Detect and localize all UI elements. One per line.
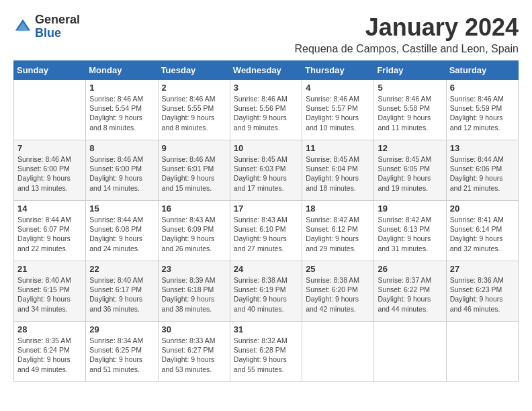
day-number: 19 [378,203,442,214]
table-cell: 29 Sunrise: 8:34 AMSunset: 6:25 PMDaylig… [86,322,158,382]
day-number: 23 [162,264,226,274]
table-cell: 21 Sunrise: 8:40 AMSunset: 6:15 PMDaylig… [14,261,86,322]
table-cell: 15 Sunrise: 8:44 AMSunset: 6:08 PMDaylig… [86,201,158,261]
table-cell: 31 Sunrise: 8:32 AMSunset: 6:28 PMDaylig… [230,322,302,382]
day-number: 18 [306,203,370,214]
week-row-4: 21 Sunrise: 8:40 AMSunset: 6:15 PMDaylig… [14,261,519,322]
col-friday: Friday [374,61,446,80]
day-info: Sunrise: 8:39 AMSunset: 6:18 PMDaylight:… [162,276,216,313]
table-cell: 26 Sunrise: 8:37 AMSunset: 6:22 PMDaylig… [374,261,446,322]
day-info: Sunrise: 8:46 AMSunset: 5:57 PMDaylight:… [306,95,359,132]
day-number: 31 [234,324,298,334]
day-number: 2 [162,83,226,93]
day-info: Sunrise: 8:43 AMSunset: 6:09 PMDaylight:… [162,216,216,253]
day-info: Sunrise: 8:42 AMSunset: 6:13 PMDaylight:… [378,216,431,253]
table-cell: 9 Sunrise: 8:46 AMSunset: 6:01 PMDayligh… [158,140,230,201]
day-number: 24 [234,264,298,274]
table-cell: 24 Sunrise: 8:38 AMSunset: 6:19 PMDaylig… [230,261,302,322]
table-cell: 12 Sunrise: 8:45 AMSunset: 6:05 PMDaylig… [374,140,446,201]
table-cell: 23 Sunrise: 8:39 AMSunset: 6:18 PMDaylig… [158,261,230,322]
title-section: January 2024 Requena de Campos, Castille… [294,13,519,55]
table-cell: 19 Sunrise: 8:42 AMSunset: 6:13 PMDaylig… [374,201,446,261]
table-cell: 3 Sunrise: 8:46 AMSunset: 5:56 PMDayligh… [230,80,302,140]
day-number: 5 [378,83,442,93]
table-cell: 14 Sunrise: 8:44 AMSunset: 6:07 PMDaylig… [14,201,86,261]
day-info: Sunrise: 8:46 AMSunset: 6:00 PMDaylight:… [17,155,71,192]
header-row: Sunday Monday Tuesday Wednesday Thursday… [14,61,519,80]
day-info: Sunrise: 8:34 AMSunset: 6:25 PMDaylight:… [89,336,143,373]
table-cell: 20 Sunrise: 8:41 AMSunset: 6:14 PMDaylig… [446,201,518,261]
logo-icon [13,17,32,36]
day-number: 6 [450,83,515,93]
table-cell: 22 Sunrise: 8:40 AMSunset: 6:17 PMDaylig… [86,261,158,322]
col-saturday: Saturday [446,61,518,80]
table-cell: 5 Sunrise: 8:46 AMSunset: 5:58 PMDayligh… [374,80,446,140]
day-info: Sunrise: 8:45 AMSunset: 6:04 PMDaylight:… [306,155,359,192]
header: General Blue January 2024 Requena de Cam… [13,13,519,55]
logo-blue: Blue [35,27,80,40]
table-cell: 13 Sunrise: 8:44 AMSunset: 6:06 PMDaylig… [446,140,518,201]
day-info: Sunrise: 8:35 AMSunset: 6:24 PMDaylight:… [17,336,71,373]
day-info: Sunrise: 8:44 AMSunset: 6:08 PMDaylight:… [89,216,143,253]
location-title: Requena de Campos, Castille and Leon, Sp… [294,43,519,55]
day-number: 12 [378,143,442,153]
day-info: Sunrise: 8:42 AMSunset: 6:12 PMDaylight:… [306,216,359,253]
col-monday: Monday [86,61,158,80]
table-cell [374,322,446,382]
day-number: 16 [162,203,226,214]
table-cell: 17 Sunrise: 8:43 AMSunset: 6:10 PMDaylig… [230,201,302,261]
day-info: Sunrise: 8:46 AMSunset: 5:59 PMDaylight:… [450,95,504,132]
day-number: 13 [450,143,515,153]
day-number: 9 [162,143,226,153]
day-number: 27 [450,264,515,274]
week-row-1: 1 Sunrise: 8:46 AMSunset: 5:54 PMDayligh… [14,80,519,140]
table-cell: 6 Sunrise: 8:46 AMSunset: 5:59 PMDayligh… [446,80,518,140]
day-info: Sunrise: 8:40 AMSunset: 6:15 PMDaylight:… [17,276,71,313]
week-row-5: 28 Sunrise: 8:35 AMSunset: 6:24 PMDaylig… [14,322,519,382]
day-number: 3 [234,83,298,93]
day-info: Sunrise: 8:46 AMSunset: 5:56 PMDaylight:… [234,95,287,132]
day-info: Sunrise: 8:40 AMSunset: 6:17 PMDaylight:… [89,276,143,313]
day-number: 26 [378,264,442,274]
day-number: 28 [17,324,82,334]
day-info: Sunrise: 8:38 AMSunset: 6:20 PMDaylight:… [306,276,359,313]
day-number: 30 [162,324,226,334]
day-info: Sunrise: 8:46 AMSunset: 5:55 PMDaylight:… [162,95,216,132]
table-cell: 10 Sunrise: 8:45 AMSunset: 6:03 PMDaylig… [230,140,302,201]
day-info: Sunrise: 8:43 AMSunset: 6:10 PMDaylight:… [234,216,287,253]
week-row-2: 7 Sunrise: 8:46 AMSunset: 6:00 PMDayligh… [14,140,519,201]
table-cell [302,322,374,382]
day-number: 7 [17,143,82,153]
day-number: 15 [89,203,154,214]
day-info: Sunrise: 8:46 AMSunset: 5:54 PMDaylight:… [89,95,143,132]
table-cell: 2 Sunrise: 8:46 AMSunset: 5:55 PMDayligh… [158,80,230,140]
day-info: Sunrise: 8:36 AMSunset: 6:23 PMDaylight:… [450,276,504,313]
day-number: 4 [306,83,370,93]
week-row-3: 14 Sunrise: 8:44 AMSunset: 6:07 PMDaylig… [14,201,519,261]
table-cell [14,80,86,140]
day-info: Sunrise: 8:33 AMSunset: 6:27 PMDaylight:… [162,336,216,373]
calendar-table: Sunday Monday Tuesday Wednesday Thursday… [13,60,519,382]
day-info: Sunrise: 8:45 AMSunset: 6:03 PMDaylight:… [234,155,287,192]
day-info: Sunrise: 8:32 AMSunset: 6:28 PMDaylight:… [234,336,287,373]
day-number: 29 [89,324,154,334]
table-cell: 27 Sunrise: 8:36 AMSunset: 6:23 PMDaylig… [446,261,518,322]
day-number: 11 [306,143,370,153]
table-cell [446,322,518,382]
day-number: 25 [306,264,370,274]
day-info: Sunrise: 8:46 AMSunset: 6:01 PMDaylight:… [162,155,216,192]
logo-general: General [35,13,80,27]
table-cell: 7 Sunrise: 8:46 AMSunset: 6:00 PMDayligh… [14,140,86,201]
table-cell: 4 Sunrise: 8:46 AMSunset: 5:57 PMDayligh… [302,80,374,140]
day-number: 10 [234,143,298,153]
day-info: Sunrise: 8:38 AMSunset: 6:19 PMDaylight:… [234,276,287,313]
day-number: 20 [450,203,515,214]
table-cell: 1 Sunrise: 8:46 AMSunset: 5:54 PMDayligh… [86,80,158,140]
day-info: Sunrise: 8:44 AMSunset: 6:06 PMDaylight:… [450,155,504,192]
day-number: 17 [234,203,298,214]
table-cell: 25 Sunrise: 8:38 AMSunset: 6:20 PMDaylig… [302,261,374,322]
col-sunday: Sunday [14,61,86,80]
day-number: 22 [89,264,154,274]
day-info: Sunrise: 8:46 AMSunset: 6:00 PMDaylight:… [89,155,143,192]
month-title: January 2024 [294,13,519,42]
